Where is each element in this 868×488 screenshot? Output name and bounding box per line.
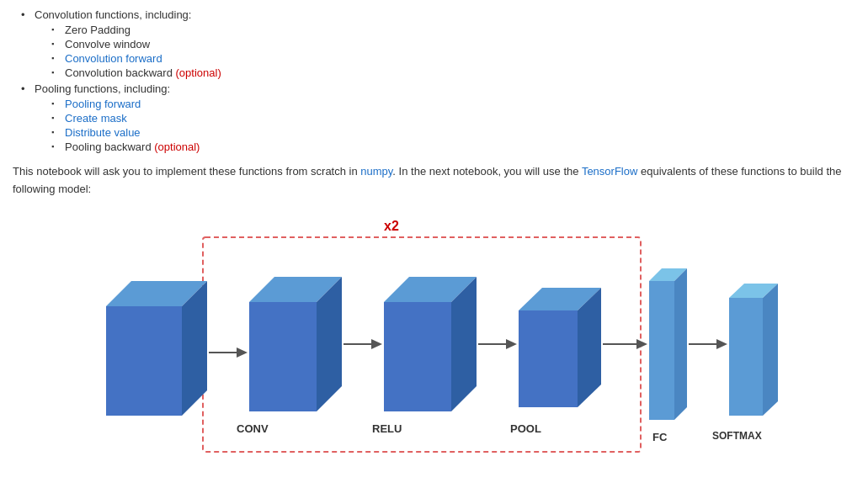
description-text: This notebook will ask you to implement … — [13, 163, 855, 199]
x2-label: x2 — [384, 219, 399, 233]
pool-label: POOL — [510, 422, 541, 435]
list-item-zero-padding: Zero Padding — [51, 24, 855, 36]
list-item-convolution: Convolution functions, including: Zero P… — [21, 8, 855, 79]
softmax-box-front — [729, 298, 763, 416]
list-item-distribute-value: Distribute value — [51, 126, 855, 139]
arrow1-head — [237, 347, 248, 358]
neural-network-diagram: x2 CONV RELU — [22, 214, 847, 475]
relu-label: RELU — [372, 422, 402, 435]
pooling-label: Pooling functions, including: — [35, 82, 170, 95]
convolution-sub-list: Zero Padding Convolve window Convolution… — [35, 24, 855, 79]
tensorflow-link: TensorFlow — [582, 165, 637, 178]
numpy-link: numpy — [360, 165, 392, 178]
main-list: Convolution functions, including: Zero P… — [13, 8, 855, 153]
list-item-pooling-forward: Pooling forward — [51, 98, 855, 110]
list-item-create-mask: Create mask — [51, 112, 855, 125]
fc-box-front — [649, 281, 674, 420]
pooling-sub-list: Pooling forward Create mask Distribute v… — [35, 98, 855, 153]
convolution-label: Convolution functions, including: — [35, 8, 191, 21]
arrow5-head — [716, 339, 727, 349]
arrow2-head — [371, 339, 382, 349]
fc-label: FC — [652, 431, 668, 443]
arrow4-head — [636, 339, 647, 349]
pool-box-front — [519, 310, 578, 407]
fc-box-side — [674, 268, 687, 420]
list-item-pooling: Pooling functions, including: Pooling fo… — [21, 82, 855, 153]
list-item-convolution-forward: Convolution forward — [51, 52, 855, 65]
softmax-box-side — [763, 284, 778, 416]
conv-box-front — [249, 302, 317, 411]
arrow3-head — [506, 339, 517, 349]
list-item-convolve-window: Convolve window — [51, 38, 855, 50]
list-item-pooling-backward: Pooling backward (optional) — [51, 141, 855, 153]
softmax-label: SOFTMAX — [712, 430, 762, 442]
diagram-container: x2 CONV RELU — [22, 214, 847, 483]
conv-label: CONV — [237, 422, 269, 435]
list-item-convolution-backward: Convolution backward (optional) — [51, 66, 855, 79]
input-box-front — [106, 306, 182, 416]
relu-box-front — [384, 302, 451, 411]
